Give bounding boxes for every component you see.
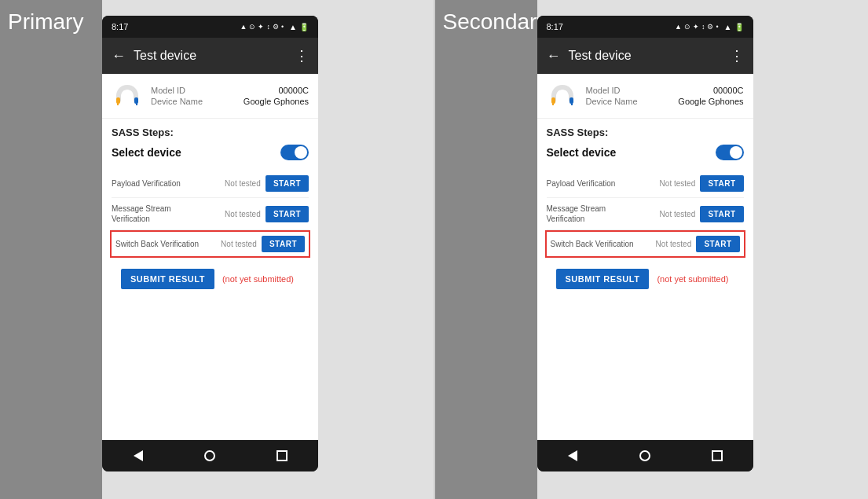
signal-icon: ▲ <box>240 23 247 31</box>
dot-icon: • <box>281 23 284 31</box>
primary-test-row-message: Message StreamVerification Not tested ST… <box>112 198 309 230</box>
secondary-nav-back[interactable] <box>561 444 584 468</box>
sec-settings-icon: ⚙ <box>707 23 713 31</box>
secondary-sass-section: SASS Steps: Select device Payload Verifi… <box>537 119 753 440</box>
primary-menu-button[interactable]: ⋮ <box>295 47 309 64</box>
primary-phone: 8:17 ▲ ⊙ ✦ ↕ ⚙ • ▲ 🔋 ← Test device ⋮ <box>102 16 318 471</box>
primary-back-button[interactable]: ← <box>112 48 126 64</box>
secondary-menu-button[interactable]: ⋮ <box>730 47 744 64</box>
primary-home-circle-icon <box>204 450 215 461</box>
secondary-back-button[interactable]: ← <box>547 48 561 64</box>
primary-sass-title: SASS Steps: <box>112 127 309 138</box>
primary-select-device-row: Select device <box>112 145 309 160</box>
primary-toggle-switch[interactable] <box>280 145 309 160</box>
secondary-nav-home[interactable] <box>633 444 657 468</box>
secondary-test-row-message: Message StreamVerification Not tested ST… <box>547 198 744 230</box>
secondary-toggle-switch[interactable] <box>716 145 744 160</box>
secondary-submit-section: SUBMIT RESULT (not yet submitted) <box>547 258 744 300</box>
secondary-home-circle-icon <box>639 450 650 461</box>
primary-label: Primary <box>0 0 102 499</box>
secondary-device-name-row: Device Name Google Gphones <box>586 96 744 107</box>
sec-wifi-signal-icon: ▲ <box>724 23 732 31</box>
secondary-message-label: Message StreamVerification <box>547 204 655 224</box>
secondary-phone: 8:17 ▲ ⊙ ✦ ↕ ⚙ • ▲ 🔋 ← Test device ⋮ <box>537 16 753 471</box>
sec-wifi-icon: ⊙ <box>684 23 690 31</box>
secondary-test-row-payload: Payload Verification Not tested START <box>547 170 744 198</box>
sec-dot-icon: • <box>716 23 718 31</box>
primary-submit-section: SUBMIT RESULT (not yet submitted) <box>112 258 309 300</box>
secondary-device-info: Model ID 00000C Device Name Google Gphon… <box>586 85 744 107</box>
primary-switchback-start-btn[interactable]: START <box>262 236 305 252</box>
secondary-sass-title: SASS Steps: <box>547 127 744 138</box>
secondary-payload-start-btn[interactable]: START <box>700 175 743 192</box>
data-icon: ↕ <box>266 23 270 31</box>
secondary-select-device-row: Select device <box>547 145 744 160</box>
primary-test-row-payload: Payload Verification Not tested START <box>112 170 309 198</box>
primary-back-triangle-icon <box>134 450 143 461</box>
primary-message-status: Not tested <box>220 210 266 218</box>
primary-device-card: Model ID 00000C Device Name Google Gphon… <box>102 74 318 119</box>
secondary-switchback-status: Not tested <box>650 240 696 248</box>
primary-device-info: Model ID 00000C Device Name Google Gphon… <box>151 85 309 107</box>
primary-switchback-status: Not tested <box>216 240 262 248</box>
primary-message-label: Message StreamVerification <box>112 204 220 224</box>
secondary-model-id-row: Model ID 00000C <box>586 85 744 96</box>
secondary-recents-square-icon <box>712 450 723 461</box>
primary-payload-start-btn[interactable]: START <box>266 175 309 192</box>
secondary-message-start-btn[interactable]: START <box>700 206 743 222</box>
primary-message-start-btn[interactable]: START <box>266 206 309 222</box>
primary-device-logo <box>112 80 143 112</box>
secondary-test-row-switchback: Switch Back Verification Not tested STAR… <box>545 230 745 258</box>
primary-device-name-value: Google Gphones <box>244 97 309 106</box>
secondary-device-name-value: Google Gphones <box>678 97 743 106</box>
primary-content: Model ID 00000C Device Name Google Gphon… <box>102 74 318 440</box>
wifi-signal-icon: ▲ <box>289 23 297 31</box>
secondary-back-triangle-icon <box>568 450 577 461</box>
primary-device-name-label: Device Name <box>151 97 203 106</box>
sec-bt-icon: ✦ <box>693 23 699 31</box>
primary-submit-status: (not yet submitted) <box>222 274 294 284</box>
secondary-app-bar: ← Test device ⋮ <box>537 38 753 74</box>
secondary-nav-bar <box>537 440 753 471</box>
wifi-icon: ⊙ <box>249 23 255 31</box>
battery-icon: 🔋 <box>299 23 309 31</box>
secondary-message-status: Not tested <box>654 210 700 218</box>
primary-test-row-switchback: Switch Back Verification Not tested STAR… <box>110 230 310 258</box>
secondary-app-title: Test device <box>569 49 722 63</box>
secondary-panel: Secondary 8:17 ▲ ⊙ ✦ ↕ ⚙ • ▲ 🔋 ← Test de… <box>435 0 869 499</box>
secondary-model-id-value: 00000C <box>713 86 744 95</box>
primary-payload-status: Not tested <box>220 179 266 188</box>
bt-icon: ✦ <box>258 23 264 31</box>
primary-status-bar: 8:17 ▲ ⊙ ✦ ↕ ⚙ • ▲ 🔋 <box>102 16 318 38</box>
sec-signal-icon: ▲ <box>675 23 682 31</box>
primary-panel: Primary 8:17 ▲ ⊙ ✦ ↕ ⚙ • ▲ 🔋 ← Test devi… <box>0 0 434 499</box>
primary-status-icons: ▲ ⊙ ✦ ↕ ⚙ • ▲ 🔋 <box>240 23 309 31</box>
secondary-status-icons: ▲ ⊙ ✦ ↕ ⚙ • ▲ 🔋 <box>675 23 743 31</box>
secondary-switchback-start-btn[interactable]: START <box>696 236 739 252</box>
primary-device-name-row: Device Name Google Gphones <box>151 96 309 107</box>
primary-switchback-label: Switch Back Verification <box>115 239 216 249</box>
secondary-payload-label: Payload Verification <box>547 178 655 189</box>
primary-nav-recents[interactable] <box>270 444 294 468</box>
primary-app-title: Test device <box>134 49 287 63</box>
secondary-status-bar: 8:17 ▲ ⊙ ✦ ↕ ⚙ • ▲ 🔋 <box>537 16 753 38</box>
primary-nav-bar <box>102 440 318 471</box>
secondary-device-card: Model ID 00000C Device Name Google Gphon… <box>537 74 753 119</box>
secondary-status-time: 8:17 <box>547 22 563 31</box>
primary-nav-back[interactable] <box>126 444 150 468</box>
settings-icon: ⚙ <box>273 23 279 31</box>
primary-recents-square-icon <box>277 450 288 461</box>
secondary-submit-status: (not yet submitted) <box>657 274 728 284</box>
primary-model-id-label: Model ID <box>151 86 185 95</box>
primary-app-bar: ← Test device ⋮ <box>102 38 318 74</box>
secondary-nav-recents[interactable] <box>705 444 729 468</box>
secondary-label: Secondary <box>435 0 537 499</box>
secondary-model-id-label: Model ID <box>586 86 621 95</box>
secondary-device-logo <box>547 80 578 112</box>
sec-data-icon: ↕ <box>701 23 705 31</box>
secondary-switchback-label: Switch Back Verification <box>551 239 651 249</box>
secondary-submit-btn[interactable]: SUBMIT RESULT <box>556 269 650 289</box>
primary-status-time: 8:17 <box>112 22 128 31</box>
primary-submit-btn[interactable]: SUBMIT RESULT <box>121 269 214 289</box>
primary-nav-home[interactable] <box>198 444 222 468</box>
